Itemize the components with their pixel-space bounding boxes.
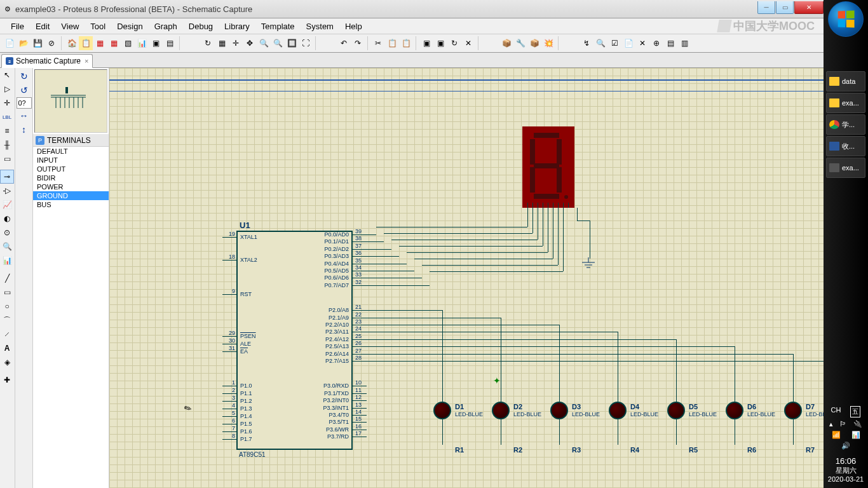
menu-file[interactable]: File [5, 20, 30, 33]
mirror-v-button[interactable]: ↕ [17, 123, 31, 137]
tab-schematic[interactable]: ƨ Schematic Capture × [1, 54, 93, 68]
new-sheet-button[interactable]: 📄 [621, 36, 635, 50]
origin-button[interactable]: ✛ [229, 36, 243, 50]
led-d1[interactable] [433, 402, 451, 419]
probe-mode[interactable]: 🔍 [0, 240, 14, 254]
box-mode[interactable]: ▭ [0, 285, 14, 299]
new-button[interactable]: 📄 [3, 36, 17, 50]
undo-button[interactable]: ↶ [337, 36, 351, 50]
canvas-scroll[interactable]: U1 AT89C51 19 XTAL118 XTAL29 RST29 PSEN3… [109, 68, 824, 488]
zoom-all-button[interactable]: 🔲 [285, 36, 299, 50]
led-d3[interactable] [550, 402, 568, 419]
volume-icon[interactable]: 🔊 [841, 442, 850, 450]
taskbar-item-exa...[interactable]: exa... [826, 158, 865, 178]
close-button[interactable]: ⊘ [44, 36, 58, 50]
block-move-button[interactable]: ▣ [433, 36, 447, 50]
block-rotate-button[interactable]: ↻ [447, 36, 461, 50]
graph-icon[interactable]: 📊 [851, 431, 860, 439]
led-d2[interactable] [492, 402, 510, 419]
system-tray[interactable]: CH 五 ▴🏳🔌 📶📊 🔊 [824, 402, 868, 454]
code-button[interactable]: ▤ [163, 36, 177, 50]
led-d6[interactable] [726, 402, 743, 419]
graph-mode[interactable]: 📈 [0, 198, 14, 212]
decompose-button[interactable]: 💥 [541, 36, 555, 50]
block-delete-button[interactable]: ✕ [461, 36, 475, 50]
virtual-inst-mode[interactable]: 📊 [0, 254, 14, 268]
taskbar-item-收...[interactable]: 收... [826, 136, 865, 156]
bom-button[interactable]: ▣ [149, 36, 163, 50]
component-mode[interactable]: ▷ [0, 82, 14, 96]
led-d5[interactable] [667, 402, 685, 419]
property-button[interactable]: ☑ [607, 36, 621, 50]
tab-close-button[interactable]: × [85, 57, 88, 65]
rotation-input[interactable] [17, 97, 32, 109]
open-button[interactable]: 📂 [17, 36, 31, 50]
terminal-item-power[interactable]: POWER [33, 182, 109, 191]
minimize-button[interactable]: ─ [757, 1, 775, 14]
terminal-item-bidir[interactable]: BIDIR [33, 173, 109, 182]
menu-graph[interactable]: Graph [149, 20, 183, 33]
text-mode[interactable]: ≡ [0, 124, 14, 138]
menu-view[interactable]: View [55, 20, 85, 33]
mirror-h-button[interactable]: ↔ [17, 109, 31, 123]
action-center-icon[interactable]: 🏳 [839, 420, 846, 428]
zoom-sheet-button[interactable]: ⊕ [649, 36, 663, 50]
refresh-button[interactable]: ↻ [201, 36, 215, 50]
terminal-item-output[interactable]: OUTPUT [33, 165, 109, 173]
taskbar-item-exa...[interactable]: exa... [826, 93, 865, 113]
terminal-item-ground[interactable]: GROUND [33, 191, 109, 200]
circle-mode[interactable]: ○ [0, 299, 14, 313]
bom-sheet-button[interactable]: ▤ [663, 36, 677, 50]
arc-mode[interactable]: ⌒ [0, 313, 14, 327]
make-button[interactable]: 🔧 [513, 36, 527, 50]
textbox-mode[interactable]: A [0, 341, 14, 355]
pick-button[interactable]: 📦 [499, 36, 513, 50]
seven-seg-display[interactable] [522, 126, 574, 208]
menu-debug[interactable]: Debug [183, 20, 219, 33]
pan-button[interactable]: ✥ [243, 36, 257, 50]
taskbar-item-data[interactable]: data [826, 71, 865, 92]
generator-mode[interactable]: ⊙ [0, 226, 14, 240]
menu-library[interactable]: Library [219, 20, 255, 33]
3d-button[interactable]: ▦ [107, 36, 121, 50]
schematic-canvas[interactable]: U1 AT89C51 19 XTAL118 XTAL29 RST29 PSEN3… [109, 68, 824, 488]
zoom-area-button[interactable]: ⛶ [299, 36, 313, 50]
path-mode[interactable]: ⟋ [0, 327, 14, 341]
tray-chevron-icon[interactable]: ▴ [829, 420, 833, 428]
terminal-item-bus[interactable]: BUS [33, 200, 109, 209]
menu-design[interactable]: Design [111, 20, 148, 33]
led-d4[interactable] [609, 402, 627, 419]
terminal-item-default[interactable]: DEFAULT [33, 147, 109, 156]
block-copy-button[interactable]: ▣ [419, 36, 433, 50]
subcircuit-mode[interactable]: ▭ [0, 152, 14, 166]
taskbar-item-学...[interactable]: 学... [826, 114, 865, 135]
start-button[interactable] [828, 1, 864, 37]
paste-button[interactable]: 📋 [399, 36, 413, 50]
wirelabel-mode[interactable]: LBL [0, 110, 14, 124]
menu-tool[interactable]: Tool [85, 20, 111, 33]
ground-terminal[interactable] [581, 257, 596, 270]
preview-box[interactable] [34, 69, 107, 133]
menu-template[interactable]: Template [255, 20, 301, 33]
tape-mode[interactable]: ◐ [0, 212, 14, 226]
ime-lang[interactable]: CH [831, 406, 841, 417]
signal-icon[interactable]: 📶 [832, 431, 841, 439]
terminals-list[interactable]: DEFAULTINPUTOUTPUTBIDIRPOWERGROUNDBUS [33, 147, 109, 488]
home-button[interactable]: 🏠 [65, 36, 79, 50]
redo-button[interactable]: ↷ [351, 36, 365, 50]
terminals-mode[interactable]: ⊸ [0, 170, 14, 184]
designexp-button[interactable]: 📊 [135, 36, 149, 50]
gerber-button[interactable]: ▧ [121, 36, 135, 50]
package-button[interactable]: 📦 [527, 36, 541, 50]
zoom-in-button[interactable]: 🔍 [257, 36, 271, 50]
taskbar-clock[interactable]: 16:06 星期六 2020-03-21 [824, 454, 868, 488]
save-button[interactable]: 💾 [31, 36, 44, 50]
symbol-mode[interactable]: ◈ [0, 355, 14, 369]
rotate-cw-button[interactable]: ↻ [17, 69, 31, 83]
menu-help[interactable]: Help [339, 20, 368, 33]
zoom-out-button[interactable]: 🔍 [271, 36, 285, 50]
copy-button[interactable]: 📋 [385, 36, 399, 50]
selection-mode[interactable]: ↖ [0, 68, 14, 82]
search-button[interactable]: 🔍 [593, 36, 607, 50]
cut-button[interactable]: ✂ [371, 36, 385, 50]
